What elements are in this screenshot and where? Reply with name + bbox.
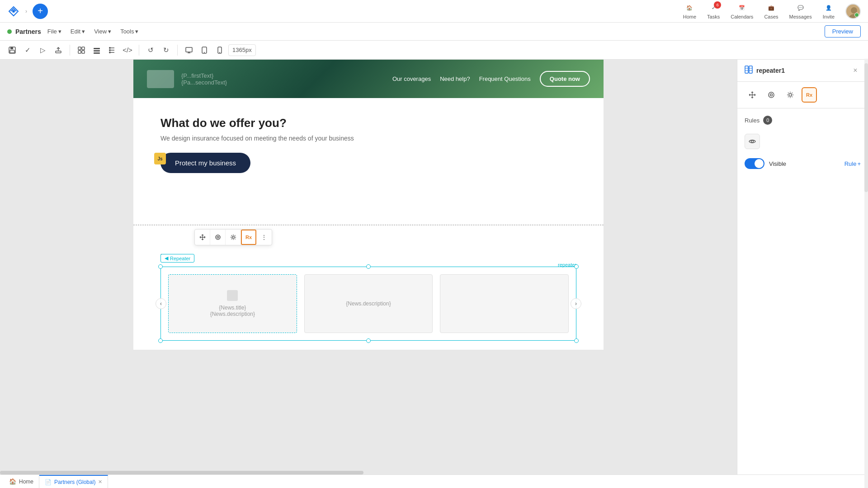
repeater-move-button[interactable] bbox=[195, 230, 210, 245]
panel-title-text: repeater1 bbox=[756, 67, 785, 74]
svg-point-37 bbox=[769, 92, 774, 98]
nav-item-messages[interactable]: 💬 Messages bbox=[789, 3, 812, 19]
add-button[interactable]: + bbox=[33, 4, 48, 19]
panel-content: Rules 0 Visible Rule + bbox=[737, 108, 868, 474]
second-navigation: Partners File ▾ Edit ▾ View ▾ Tools ▾ Pr… bbox=[0, 23, 868, 41]
mobile-view-button[interactable] bbox=[213, 43, 226, 57]
selection-handle-tl bbox=[158, 264, 163, 269]
components-icon bbox=[78, 47, 85, 54]
svg-point-39 bbox=[789, 94, 792, 96]
vertical-scrollbar-thumb[interactable] bbox=[864, 63, 868, 192]
repeater-label-text: Repeater bbox=[170, 256, 190, 261]
check-button[interactable]: ✓ bbox=[21, 43, 34, 57]
svg-point-28 bbox=[216, 235, 220, 239]
toolbar-divider-3 bbox=[177, 45, 178, 56]
repeater-more-button[interactable]: ⋮ bbox=[256, 230, 272, 245]
desktop-view-button[interactable] bbox=[182, 43, 196, 57]
panel-tab-settings[interactable] bbox=[783, 87, 798, 103]
app-logo-icon[interactable] bbox=[7, 5, 20, 18]
save-icon bbox=[8, 46, 16, 54]
logo-placeholder bbox=[147, 70, 174, 88]
nav-faq[interactable]: Frequent Questions bbox=[479, 75, 531, 82]
visibility-icon-button[interactable] bbox=[745, 134, 760, 149]
svg-point-15 bbox=[109, 47, 111, 49]
news-section-title: NEWS bbox=[160, 253, 576, 259]
tab-home[interactable]: 🏠 Home bbox=[4, 475, 39, 488]
cases-icon: 💼 bbox=[766, 3, 776, 13]
editor-toolbar: ✓ ▷ </> ↺ bbox=[0, 41, 868, 60]
tree-button[interactable] bbox=[105, 43, 119, 57]
repeater-arrow-icon: ◀ bbox=[165, 255, 168, 261]
tab-close-button[interactable]: ✕ bbox=[98, 479, 102, 485]
nav-item-tasks[interactable]: ✓ 6 Tasks bbox=[707, 3, 720, 19]
js-badge: Js bbox=[154, 153, 166, 164]
svg-rect-11 bbox=[82, 51, 85, 53]
horizontal-scrollbar-thumb[interactable] bbox=[0, 471, 363, 474]
panel-settings-icon bbox=[787, 91, 794, 99]
layers-button[interactable] bbox=[90, 43, 104, 57]
tablet-icon bbox=[202, 47, 207, 54]
settings-icon bbox=[230, 234, 236, 240]
panel-tab-rx[interactable]: Rx bbox=[802, 87, 817, 103]
nav-item-invite[interactable]: 👤 Invite bbox=[823, 3, 835, 19]
play-button[interactable]: ▷ bbox=[36, 43, 50, 57]
repeater-settings-button[interactable] bbox=[226, 230, 241, 245]
components-button[interactable] bbox=[75, 43, 88, 57]
invite-icon: 👤 bbox=[824, 3, 834, 13]
panel-tab-move[interactable] bbox=[745, 87, 760, 103]
carousel-prev-button[interactable]: ‹ bbox=[156, 298, 166, 309]
svg-point-1 bbox=[851, 7, 857, 14]
svg-point-29 bbox=[217, 236, 219, 238]
avatar-image bbox=[846, 5, 861, 19]
svg-point-2 bbox=[849, 14, 859, 19]
protect-business-button[interactable]: Protect my business bbox=[160, 153, 250, 173]
repeater-style-button[interactable] bbox=[210, 230, 226, 245]
tablet-view-button[interactable] bbox=[198, 43, 211, 57]
code-button[interactable]: </> bbox=[121, 43, 134, 57]
redo-button[interactable]: ↻ bbox=[159, 43, 173, 57]
view-menu[interactable]: View ▾ bbox=[91, 26, 114, 37]
svg-rect-34 bbox=[749, 66, 752, 73]
page-name: Partners bbox=[15, 28, 41, 35]
nav-help[interactable]: Need help? bbox=[440, 75, 470, 82]
canvas-area[interactable]: {P...firstText} {Pa...secondText} Our co… bbox=[0, 60, 737, 474]
top-nav-right: 🏠 Home ✓ 6 Tasks 📅 Calendars 💼 Cases 💬 M… bbox=[683, 3, 861, 19]
selection-handle-br bbox=[574, 338, 579, 343]
layers-icon bbox=[93, 47, 100, 54]
tab-partners[interactable]: 📄 Partners (Global) ✕ bbox=[39, 475, 108, 488]
nav-item-calendars[interactable]: 📅 Calendars bbox=[731, 3, 753, 19]
nav-item-cases[interactable]: 💼 Cases bbox=[764, 3, 778, 19]
repeater-tag[interactable]: ◀ Repeater bbox=[160, 254, 194, 263]
repeater-toolbar: Rx ⋮ bbox=[194, 229, 272, 245]
carousel-next-button[interactable]: › bbox=[571, 298, 581, 309]
user-avatar[interactable] bbox=[845, 4, 861, 19]
preview-button[interactable]: Preview bbox=[825, 25, 861, 38]
tasks-icon: ✓ 6 bbox=[708, 3, 718, 13]
news-card-3 bbox=[440, 274, 569, 333]
repeater-rx-button[interactable]: Rx bbox=[241, 230, 256, 245]
desktop-icon bbox=[185, 47, 193, 53]
svg-point-40 bbox=[751, 141, 754, 143]
edit-menu[interactable]: Edit ▾ bbox=[68, 26, 88, 37]
nav-item-home[interactable]: 🏠 Home bbox=[683, 3, 696, 19]
canvas-size-display: 1365px bbox=[228, 44, 256, 56]
plus-icon: + bbox=[857, 160, 861, 167]
svg-rect-4 bbox=[10, 47, 13, 49]
visible-toggle[interactable] bbox=[745, 158, 764, 169]
close-panel-button[interactable]: × bbox=[850, 65, 861, 76]
file-menu[interactable]: File ▾ bbox=[45, 26, 64, 37]
undo-button[interactable]: ↺ bbox=[144, 43, 157, 57]
svg-point-17 bbox=[109, 52, 111, 53]
news-card-2-desc: {News.description} bbox=[346, 300, 391, 307]
save-button[interactable] bbox=[5, 43, 19, 57]
home-tab-icon: 🏠 bbox=[9, 478, 16, 485]
add-rule-button[interactable]: Rule + bbox=[844, 160, 861, 167]
tools-menu[interactable]: Tools ▾ bbox=[118, 26, 141, 37]
nav-coverages[interactable]: Our coverages bbox=[392, 75, 431, 82]
svg-point-30 bbox=[232, 236, 234, 239]
horizontal-scrollbar-track bbox=[0, 471, 606, 474]
export-button[interactable] bbox=[52, 43, 65, 57]
panel-tab-style[interactable] bbox=[764, 87, 779, 103]
quote-now-button[interactable]: Quote now bbox=[540, 71, 590, 87]
svg-rect-12 bbox=[94, 48, 100, 49]
